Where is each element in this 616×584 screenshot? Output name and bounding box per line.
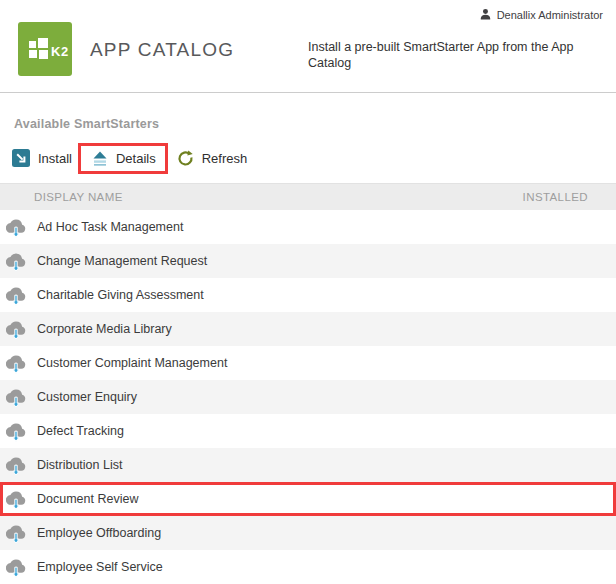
table-row[interactable]: Charitable Giving Assessment [0,278,616,312]
install-label: Install [38,151,72,166]
column-header-display-name: DISPLAY NAME [0,191,123,203]
page-description: Install a pre-built SmartStarter App fro… [308,39,588,71]
table-row[interactable]: Document Review [0,482,616,516]
smartstarter-name: Document Review [37,492,138,506]
page-title: APP CATALOG [90,39,234,61]
table-row[interactable]: Customer Enquiry [0,380,616,414]
user-icon [479,8,492,21]
table-row[interactable]: Defect Tracking [0,414,616,448]
table-row[interactable]: Employee Self Service [0,550,616,584]
details-button[interactable]: Details [92,150,156,167]
k2-logo-text: K2 [51,44,69,59]
smartstarter-name: Corporate Media Library [37,322,172,336]
k2-logo-squares-icon [29,38,50,59]
cloud-download-icon [6,216,26,238]
app-header: K2 APP CATALOG Install a pre-built Smart… [0,0,616,93]
smartstarter-name: Customer Enquiry [37,390,137,404]
column-header-installed: INSTALLED [523,191,616,203]
table-row[interactable]: Employee Offboarding [0,516,616,550]
table-row[interactable]: Corporate Media Library [0,312,616,346]
cloud-download-icon [6,420,26,442]
section-title: Available SmartStarters [14,117,616,131]
cloud-download-icon [6,352,26,374]
cloud-download-icon [6,284,26,306]
cloud-download-icon [6,250,26,272]
smartstarter-name: Employee Offboarding [37,526,161,540]
cloud-download-icon [6,318,26,340]
annotation-box-details: Details [78,143,168,174]
table-header: DISPLAY NAME INSTALLED [0,183,616,210]
details-icon [92,150,108,167]
k2-logo: K2 [18,22,72,76]
smartstarter-list: Ad Hoc Task Management Change Management… [0,210,616,584]
user-name: Denallix Administrator [497,9,603,21]
smartstarter-name: Distribution List [37,458,122,472]
cloud-download-icon [6,522,26,544]
refresh-button[interactable]: Refresh [177,150,248,167]
install-button[interactable]: Install [12,149,72,167]
install-icon [12,149,30,167]
cloud-download-icon [6,454,26,476]
refresh-icon [177,150,194,167]
smartstarter-name: Ad Hoc Task Management [37,220,183,234]
table-row[interactable]: Distribution List [0,448,616,482]
smartstarter-name: Charitable Giving Assessment [37,288,204,302]
smartstarter-name: Change Management Request [37,254,207,268]
toolbar: Install Details Refresh [12,139,616,177]
table-row[interactable]: Customer Complaint Management [0,346,616,380]
details-label: Details [116,151,156,166]
smartstarter-name: Customer Complaint Management [37,356,227,370]
table-row[interactable]: Ad Hoc Task Management [0,210,616,244]
cloud-download-icon [6,386,26,408]
smartstarter-name: Employee Self Service [37,560,163,574]
cloud-download-icon [6,488,26,510]
user-menu[interactable]: Denallix Administrator [479,8,603,21]
table-row[interactable]: Change Management Request [0,244,616,278]
cloud-download-icon [6,556,26,578]
smartstarter-name: Defect Tracking [37,424,124,438]
refresh-label: Refresh [202,151,248,166]
